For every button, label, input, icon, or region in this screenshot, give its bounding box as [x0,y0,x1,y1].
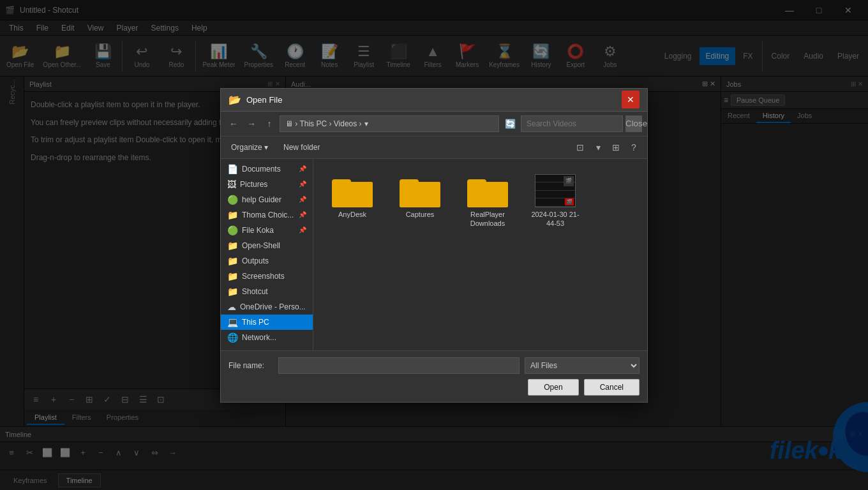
sidebar-this-pc[interactable]: 💻 This PC [221,315,313,330]
file-koka-label: File Koka [242,226,274,235]
open-shell-icon: 📁 [227,241,238,251]
sidebar-network[interactable]: 🌐 Network... [221,330,313,345]
realplayer-folder-icon [467,174,508,207]
sidebar-outputs[interactable]: 📁 Outputs [221,253,313,269]
addr-forward-button[interactable]: → [244,116,259,131]
onedrive-label: OneDrive - Perso... [240,302,306,311]
anydesk-folder-icon [332,174,373,207]
dialog-toolbar: Organize ▾ New folder ⊡ ▾ ⊞ ? [221,137,647,159]
view-btn-grid[interactable]: ⊞ [608,139,624,156]
file-dialog: 📂 Open File ✕ ← → ↑ 🖥 › This PC › Videos… [220,88,648,403]
new-folder-button[interactable]: New folder [278,141,325,154]
sidebar-onedrive[interactable]: ☁ OneDrive - Perso... [221,299,313,315]
sidebar-documents[interactable]: 📄 Documents 📌 [221,161,313,177]
addr-close-search-button[interactable]: Close [625,115,642,132]
view-btn-1[interactable]: ⊡ [572,139,588,156]
video-label: 🎬 [565,198,574,205]
dialog-title: Open File [246,95,282,105]
addr-dropdown-icon[interactable]: ▾ [364,119,368,128]
network-icon: 🌐 [227,332,238,343]
dialog-icon: 📂 [228,94,241,106]
thoma-pin: 📌 [299,211,306,218]
dialog-sidebar: 📄 Documents 📌 🖼 Pictures 📌 🟢 help Guider… [221,159,313,350]
help-guider-label: help Guider [242,195,281,204]
organize-button[interactable]: Organize ▾ [226,141,273,154]
addr-path-text: 🖥 › This PC › Videos › [285,119,362,128]
dialog-title-left: 📂 Open File [228,94,282,106]
sidebar-shotcut[interactable]: 📁 Shotcut [221,284,313,299]
addr-back-button[interactable]: ← [226,116,241,131]
folder-body-3 [467,182,508,207]
documents-label: Documents [242,165,281,174]
onedrive-icon: ☁ [227,302,236,312]
video-thumbnail: 🎬 🎬 [535,174,576,207]
file-koka-icon: 🟢 [227,225,238,235]
screenshots-label: Screenshots [242,272,285,281]
captures-label: Captures [406,210,435,219]
help-guider-icon: 🟢 [227,195,238,205]
file-name-label: File name: [228,361,273,370]
video-badge: 🎬 [564,176,574,186]
documents-pin: 📌 [299,165,306,172]
captures-folder-icon [400,174,440,207]
this-pc-icon: 💻 [227,317,238,327]
this-pc-label: This PC [242,318,269,327]
file-captures[interactable]: Captures [391,169,449,234]
file-name-row: File name: All Files [228,357,640,374]
sidebar-screenshots[interactable]: 📁 Screenshots [221,269,313,284]
sidebar-pictures[interactable]: 🖼 Pictures 📌 [221,177,313,192]
network-label: Network... [242,333,276,342]
file-type-select[interactable]: All Files [525,357,640,374]
addr-up-button[interactable]: ↑ [262,116,277,131]
realplayer-label: RealPlayer Downloads [461,210,514,228]
dialog-action-buttons: Open Cancel [228,379,640,396]
folder-body-2 [400,182,440,207]
dialog-close-button[interactable]: ✕ [622,91,640,108]
addr-path[interactable]: 🖥 › This PC › Videos › ▾ [280,115,499,132]
thoma-icon: 📁 [227,210,238,220]
sidebar-open-shell[interactable]: 📁 Open-Shell [221,238,313,253]
outputs-label: Outputs [242,256,269,265]
view-buttons: ⊡ ▾ ⊞ ? [572,139,642,156]
sidebar-file-koka[interactable]: 🟢 File Koka 📌 [221,223,313,238]
cancel-button[interactable]: Cancel [584,379,640,396]
folder-body [332,182,373,207]
anydesk-label: AnyDesk [338,210,366,219]
sidebar-thoma-choice[interactable]: 📁 Thoma Choic... 📌 [221,207,313,223]
view-btn-2[interactable]: ▾ [590,139,606,156]
open-button[interactable]: Open [528,379,578,396]
file-koka-pin: 📌 [299,226,306,234]
organize-label: Organize ▾ [231,143,268,152]
outputs-icon: 📁 [227,256,238,266]
pictures-pin: 📌 [299,181,306,188]
thoma-label: Thoma Choic... [242,211,294,219]
dialog-bottom: File name: All Files Open Cancel [221,350,647,402]
help-guider-pin: 📌 [299,196,306,203]
dialog-title-bar: 📂 Open File ✕ [221,89,647,112]
shotcut-label: Shotcut [242,287,268,296]
pictures-icon: 🖼 [227,179,236,189]
video-file-label: 2024-01-30 21-44-53 [529,210,581,228]
file-anydesk[interactable]: AnyDesk [324,169,381,234]
pictures-label: Pictures [240,180,267,189]
dialog-body: 📄 Documents 📌 🖼 Pictures 📌 🟢 help Guider… [221,159,647,350]
dialog-files: AnyDesk Captures RealPlayer Do [313,159,647,350]
sidebar-help-guider[interactable]: 🟢 help Guider 📌 [221,192,313,207]
addr-search-input[interactable] [521,115,623,132]
view-btn-help[interactable]: ? [625,139,642,156]
addr-refresh-button[interactable]: 🔄 [502,115,518,132]
file-name-input[interactable] [278,357,520,374]
open-shell-label: Open-Shell [242,241,280,250]
screenshots-icon: 📁 [227,271,238,281]
file-realplayer[interactable]: RealPlayer Downloads [459,169,516,234]
video-line-3 [535,191,575,199]
shotcut-icon: 📁 [227,286,238,297]
dialog-address-bar: ← → ↑ 🖥 › This PC › Videos › ▾ 🔄 Close [221,112,647,137]
modal-overlay: 📂 Open File ✕ ← → ↑ 🖥 › This PC › Videos… [0,0,868,490]
documents-icon: 📄 [227,164,238,174]
file-video[interactable]: 🎬 🎬 2024-01-30 21-44-53 [527,169,584,234]
